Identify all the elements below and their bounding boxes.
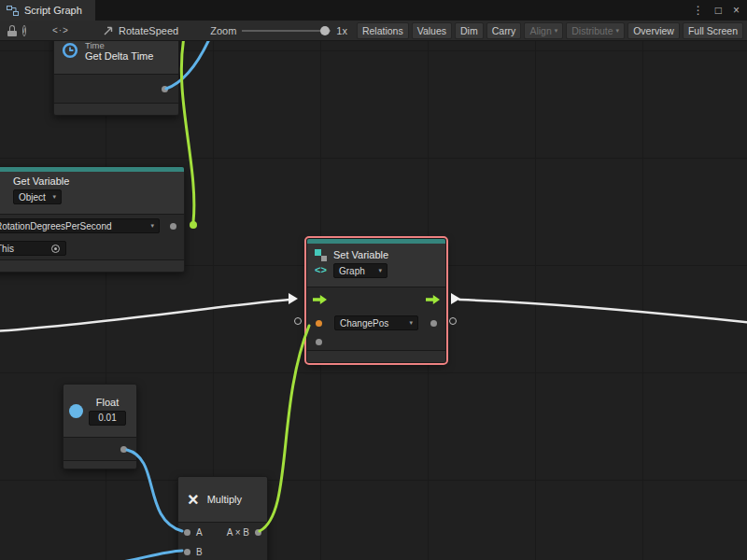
variable-scope-dropdown[interactable]: Object ▾ (13, 189, 62, 204)
script-graph-window: Script Graph ⋮ □ × i <·> RotateSpeed Zoo… (0, 0, 747, 560)
input-port-a[interactable] (184, 529, 190, 536)
full-screen-label: Full Screen (688, 25, 738, 36)
node-header: Time Get Delta Time (54, 41, 178, 74)
node-footer (63, 461, 136, 469)
float-value-field[interactable]: 0.01 (89, 411, 126, 426)
unconnected-port-right[interactable] (449, 317, 457, 325)
extra-input-port[interactable] (316, 339, 322, 345)
flow-port-row (307, 287, 445, 312)
float-icon (69, 404, 83, 418)
node-title: Multiply (207, 494, 242, 505)
variable-scope-dropdown[interactable]: Graph ▾ (333, 263, 388, 278)
overview-button[interactable]: Overview (627, 22, 680, 39)
chevron-down-icon: ▾ (150, 222, 154, 230)
flow-output-port[interactable] (426, 295, 440, 304)
node-port-row: This (0, 237, 184, 259)
dim-label: Dim (460, 25, 478, 36)
port-result-label: A × B (227, 527, 249, 538)
node-get-delta-time[interactable]: Time Get Delta Time (53, 41, 179, 116)
graph-breadcrumb[interactable]: RotateSpeed (103, 25, 178, 36)
node-float[interactable]: Float 0.01 (63, 384, 137, 469)
align-button: Align▾ (524, 22, 563, 39)
values-button[interactable]: Values (412, 22, 452, 39)
distribute-label: Distribute (571, 25, 613, 36)
close-icon[interactable]: × (733, 4, 740, 17)
node-header: Get Variable Object ▾ (0, 172, 184, 214)
window-controls: ⋮ □ × (693, 0, 740, 21)
relations-label: Relations (362, 25, 403, 36)
chevron-down-icon: ▾ (409, 319, 413, 327)
float-value: 0.01 (98, 413, 116, 423)
node-title: Float (89, 397, 126, 408)
lock-icon[interactable] (7, 25, 9, 36)
zoom-label: Zoom (210, 25, 236, 36)
wire-endpoint-dot[interactable] (190, 221, 197, 229)
multiply-icon: × (188, 490, 199, 509)
full-screen-button[interactable]: Full Screen (683, 22, 743, 39)
zoom-slider-track (242, 30, 331, 32)
graph-toolbar: i <·> RotateSpeed Zoom 1x Relations Valu… (0, 21, 747, 41)
target-object-field[interactable]: This (0, 241, 66, 256)
carry-label: Carry (492, 25, 516, 36)
flow-wire-arrow-left (289, 293, 298, 304)
wire-to-multiply-b (105, 551, 182, 560)
node-set-variable[interactable]: <> Set Variable Graph ▾ ChangePos (306, 238, 446, 363)
node-port-row: RotationDegreesPerSecond ▾ (0, 215, 184, 237)
clock-icon (62, 42, 78, 59)
unconnected-port-left[interactable] (294, 317, 302, 325)
node-header: Float 0.01 (63, 385, 136, 437)
variable-name-value: RotationDegreesPerSecond (0, 221, 112, 231)
output-port[interactable] (120, 446, 127, 453)
chevron-down-icon: ▾ (555, 27, 558, 35)
graph-canvas[interactable]: Time Get Delta Time Get Variable Object … (0, 41, 747, 560)
node-header: × Multiply (178, 477, 267, 522)
tab-script-graph[interactable]: Script Graph (0, 0, 95, 21)
node-footer (0, 260, 184, 272)
object-picker-icon[interactable] (51, 245, 60, 253)
node-header: <> Set Variable Graph ▾ (307, 244, 445, 287)
graph-asset-icon (103, 25, 114, 36)
value-output-port[interactable] (430, 320, 437, 327)
variable-icon-teal-square (315, 249, 321, 256)
relations-button[interactable]: Relations (357, 22, 409, 39)
lock-body (7, 31, 17, 36)
variable-name-dropdown[interactable]: ChangePos ▾ (334, 315, 418, 330)
wire-flow-in (0, 300, 289, 331)
tab-title: Script Graph (24, 5, 82, 16)
values-label: Values (417, 25, 446, 36)
dim-button[interactable]: Dim (455, 22, 484, 39)
api-icon[interactable]: <·> (52, 25, 69, 35)
zoom-slider-knob[interactable] (320, 26, 330, 35)
toolbar-buttons: Relations Values Dim Carry Align▾ Distri… (357, 22, 743, 39)
chevron-down-icon: ▾ (52, 193, 56, 201)
node-multiply[interactable]: × Multiply A A × B B (177, 476, 268, 560)
overview-label: Overview (633, 25, 674, 36)
output-port-result[interactable] (255, 529, 261, 536)
script-graph-icon (7, 6, 19, 16)
info-icon[interactable]: i (22, 25, 26, 36)
value-output-port[interactable] (170, 223, 176, 230)
node-get-variable[interactable]: Get Variable Object ▾ RotationDegreesPer… (0, 166, 185, 273)
value-input-port[interactable] (316, 320, 322, 327)
input-port-b[interactable] (184, 549, 190, 555)
node-port-row (54, 75, 178, 103)
zoom-control: Zoom 1x (210, 25, 347, 36)
output-port[interactable] (162, 86, 168, 92)
node-title: Get Variable (13, 175, 176, 187)
variable-name-dropdown[interactable]: RotationDegreesPerSecond ▾ (0, 218, 160, 233)
node-title: Set Variable (333, 249, 388, 260)
node-category: Time (85, 41, 153, 50)
value-port-row: ChangePos ▾ (307, 312, 445, 334)
zoom-slider[interactable] (242, 25, 331, 36)
flow-input-port[interactable] (313, 295, 327, 304)
tab-bar: Script Graph ⋮ □ × (0, 0, 747, 21)
align-label: Align (529, 25, 551, 36)
chevron-down-icon: ▾ (378, 267, 382, 274)
port-b-label: B (196, 547, 203, 557)
maximize-icon[interactable]: □ (715, 4, 722, 17)
code-icon: <> (315, 264, 327, 275)
carry-button[interactable]: Carry (486, 22, 522, 39)
wire-flow-out (459, 300, 747, 323)
lock-shackle (9, 25, 15, 31)
kebab-menu-icon[interactable]: ⋮ (693, 4, 704, 17)
